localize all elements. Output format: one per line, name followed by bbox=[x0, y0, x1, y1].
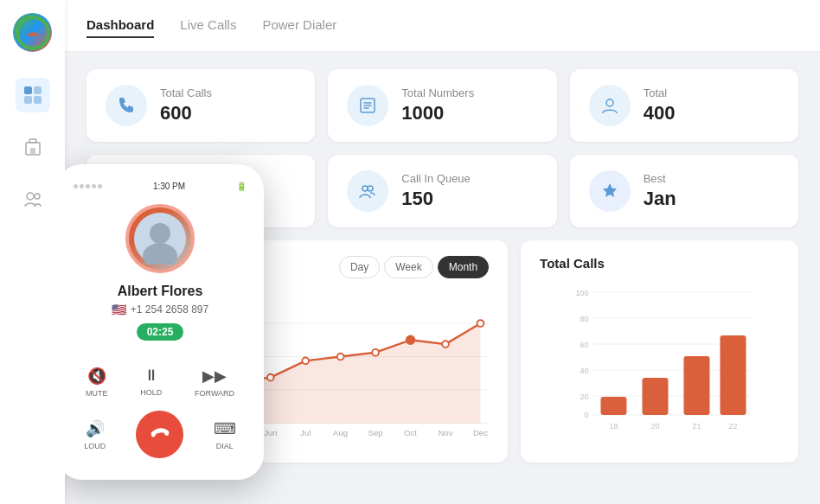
bar-chart-area: 100 80 60 40 20 0 bbox=[540, 284, 779, 439]
svg-point-8 bbox=[27, 193, 34, 200]
svg-point-28 bbox=[477, 320, 484, 327]
content-area: Total Calls 600 Total Numbers 1000 bbox=[65, 52, 820, 504]
stat-best: Best Jan bbox=[570, 155, 798, 227]
period-month-button[interactable]: Month bbox=[438, 256, 489, 278]
svg-point-13 bbox=[368, 186, 373, 191]
total-numbers-label: Total Numbers bbox=[401, 86, 474, 99]
sidebar-item-users[interactable] bbox=[16, 182, 50, 216]
svg-text:80: 80 bbox=[580, 315, 589, 323]
hangup-button[interactable] bbox=[136, 411, 183, 458]
svg-point-24 bbox=[337, 354, 344, 360]
phone-controls: 🔇 MUTE ⏸ HOLD ▶▶ FORWARD bbox=[69, 367, 251, 398]
main-area: Dashboard Live Calls Power Dialer Total … bbox=[65, 0, 820, 504]
svg-point-26 bbox=[407, 335, 415, 344]
svg-text:Aug: Aug bbox=[333, 428, 348, 437]
total-agents-label: Total bbox=[644, 86, 676, 99]
stat-total-numbers: Total Numbers 1000 bbox=[328, 69, 556, 142]
svg-text:100: 100 bbox=[576, 289, 589, 297]
svg-text:40: 40 bbox=[580, 367, 589, 375]
dial-icon: ⌨ bbox=[214, 419, 236, 438]
stat-total-agents: Total 400 bbox=[570, 69, 798, 142]
svg-text:21: 21 bbox=[693, 422, 701, 431]
app-logo bbox=[13, 13, 52, 52]
caller-number: 🇺🇸 +1 254 2658 897 bbox=[69, 303, 251, 316]
tab-power-dialer[interactable]: Power Dialer bbox=[262, 13, 336, 38]
hold-button[interactable]: ⏸ HOLD bbox=[140, 367, 162, 398]
period-week-button[interactable]: Week bbox=[384, 256, 432, 278]
svg-text:Sep: Sep bbox=[368, 428, 383, 437]
total-calls-value: 600 bbox=[160, 102, 212, 124]
svg-text:Jul: Jul bbox=[300, 428, 311, 437]
phone-status-bar: 1:30 PM 🔋 bbox=[69, 182, 251, 191]
svg-point-22 bbox=[267, 374, 274, 381]
svg-rect-56 bbox=[684, 356, 710, 415]
call-queue-value: 150 bbox=[401, 188, 471, 210]
best-value: Jan bbox=[644, 188, 676, 210]
tab-live-calls[interactable]: Live Calls bbox=[180, 13, 236, 38]
svg-rect-58 bbox=[721, 335, 746, 415]
agents-icon bbox=[589, 85, 631, 126]
bar-chart-title: Total Calls bbox=[540, 256, 605, 271]
period-day-button[interactable]: Day bbox=[339, 256, 380, 278]
svg-text:Dec: Dec bbox=[473, 428, 488, 437]
stat-call-queue: Call In Queue 150 bbox=[328, 155, 556, 227]
loud-button[interactable]: 🔊 LOUD bbox=[84, 419, 106, 450]
svg-text:22: 22 bbox=[729, 422, 738, 431]
svg-rect-2 bbox=[34, 86, 42, 94]
stats-row-1: Total Calls 600 Total Numbers 1000 bbox=[86, 69, 798, 142]
star-icon bbox=[589, 170, 631, 212]
svg-rect-4 bbox=[34, 96, 42, 104]
mute-icon: 🔇 bbox=[87, 367, 106, 386]
svg-point-27 bbox=[442, 341, 449, 348]
svg-point-11 bbox=[606, 99, 613, 106]
call-timer: 02:25 bbox=[137, 323, 184, 341]
total-calls-label: Total Calls bbox=[160, 86, 212, 99]
phone-time: 1:30 PM bbox=[153, 182, 185, 191]
mute-button[interactable]: 🔇 MUTE bbox=[86, 367, 108, 398]
queue-icon bbox=[347, 170, 388, 212]
svg-rect-7 bbox=[30, 148, 35, 155]
phone-icon bbox=[106, 85, 147, 126]
caller-name: Albert Flores bbox=[69, 284, 251, 299]
svg-point-9 bbox=[35, 194, 40, 199]
svg-point-61 bbox=[150, 223, 170, 244]
battery-icon: 🔋 bbox=[236, 182, 247, 191]
svg-text:18: 18 bbox=[610, 422, 618, 431]
dial-button[interactable]: ⌨ DIAL bbox=[214, 419, 236, 450]
svg-text:60: 60 bbox=[580, 341, 589, 349]
tab-dashboard[interactable]: Dashboard bbox=[86, 13, 154, 38]
forward-button[interactable]: ▶▶ FORWARD bbox=[195, 367, 234, 398]
svg-point-23 bbox=[302, 358, 309, 365]
sidebar-item-building[interactable] bbox=[16, 130, 50, 164]
hold-icon: ⏸ bbox=[144, 367, 159, 385]
top-nav: Dashboard Live Calls Power Dialer bbox=[65, 0, 820, 52]
svg-text:20: 20 bbox=[651, 422, 660, 431]
caller-avatar-wrap bbox=[69, 204, 251, 273]
svg-text:Nov: Nov bbox=[438, 428, 452, 437]
bar-chart-header: Total Calls bbox=[540, 256, 779, 271]
svg-point-25 bbox=[372, 349, 379, 356]
sidebar-item-dashboard[interactable] bbox=[16, 78, 50, 112]
call-queue-label: Call In Queue bbox=[401, 172, 471, 185]
total-numbers-value: 1000 bbox=[401, 102, 474, 124]
svg-point-12 bbox=[362, 186, 368, 191]
loud-icon: 🔊 bbox=[86, 419, 105, 438]
svg-rect-54 bbox=[643, 378, 669, 415]
svg-rect-52 bbox=[601, 397, 627, 415]
best-label: Best bbox=[644, 172, 676, 185]
sidebar bbox=[0, 0, 65, 504]
bar-chart-card: Total Calls 100 80 60 40 20 0 bbox=[521, 240, 798, 463]
flag-icon: 🇺🇸 bbox=[112, 303, 126, 316]
svg-text:20: 20 bbox=[580, 392, 589, 401]
svg-rect-6 bbox=[29, 139, 36, 143]
svg-text:0: 0 bbox=[585, 411, 589, 419]
svg-text:Jun: Jun bbox=[264, 428, 278, 437]
numbers-icon bbox=[347, 85, 388, 126]
stat-total-calls: Total Calls 600 bbox=[86, 69, 315, 142]
period-buttons: Day Week Month bbox=[339, 256, 489, 278]
signal-dots bbox=[74, 184, 102, 188]
svg-rect-3 bbox=[24, 96, 32, 104]
svg-rect-1 bbox=[24, 86, 32, 94]
phone-overlay: 1:30 PM 🔋 Albert Flores 🇺🇸 +1 254 2658 8… bbox=[65, 164, 264, 480]
svg-text:Oct: Oct bbox=[404, 428, 417, 437]
